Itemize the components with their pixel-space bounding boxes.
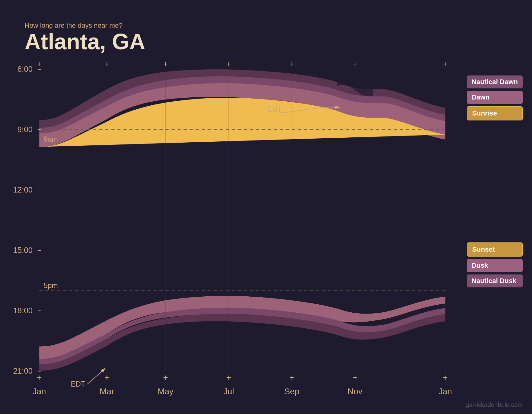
page-container: How long are the days near me? Atlanta, … <box>0 0 532 414</box>
svg-text:+: + <box>104 373 109 382</box>
header: How long are the days near me? Atlanta, … <box>6 12 526 57</box>
chart-area: + + + + + + + + + + + + + + 6:00 9:00 12… <box>6 60 526 396</box>
svg-text:9am: 9am <box>44 135 58 143</box>
legend-dusk: Dusk <box>467 259 523 272</box>
svg-text:18:00: 18:00 <box>13 306 33 315</box>
svg-text:Nov: Nov <box>348 387 363 396</box>
legend-dawn: Dawn <box>467 91 523 104</box>
svg-text:EST: EST <box>268 105 282 113</box>
svg-text:+: + <box>37 373 42 382</box>
legend: Nautical Dawn Dawn Sunrise Sunset Dusk N… <box>467 75 523 287</box>
chart-svg: + + + + + + + + + + + + + + 6:00 9:00 12… <box>6 60 526 396</box>
svg-text:EDT: EDT <box>71 380 85 388</box>
svg-text:+: + <box>37 60 42 69</box>
svg-text:Jan: Jan <box>438 387 452 396</box>
svg-text:Jul: Jul <box>223 387 234 396</box>
svg-text:+: + <box>226 373 231 382</box>
legend-nautical-dawn: Nautical Dawn <box>467 75 523 88</box>
svg-text:May: May <box>158 387 174 396</box>
credit: garrickadenbuie.com <box>465 401 523 408</box>
svg-text:+: + <box>443 373 448 382</box>
svg-text:+: + <box>289 60 294 69</box>
svg-text:Jan: Jan <box>32 387 46 396</box>
svg-text:15:00: 15:00 <box>13 246 33 254</box>
legend-nautical-dusk: Nautical Dusk <box>467 274 523 287</box>
svg-text:+: + <box>443 60 448 69</box>
svg-text:6:00: 6:00 <box>18 65 33 73</box>
svg-text:Sep: Sep <box>284 387 300 396</box>
svg-text:+: + <box>226 60 231 69</box>
svg-text:Mar: Mar <box>100 387 114 396</box>
legend-sunrise: Sunrise <box>467 106 523 120</box>
svg-text:12:00: 12:00 <box>13 185 33 194</box>
svg-text:+: + <box>289 373 294 382</box>
subtitle: How long are the days near me? <box>25 22 526 30</box>
svg-text:+: + <box>353 60 357 69</box>
svg-text:+: + <box>163 373 168 382</box>
svg-text:5pm: 5pm <box>44 282 58 290</box>
svg-text:+: + <box>163 60 168 69</box>
svg-text:21:00: 21:00 <box>13 367 33 375</box>
svg-text:+: + <box>353 373 357 382</box>
title: Atlanta, GA <box>25 30 526 54</box>
svg-text:9:00: 9:00 <box>18 125 33 134</box>
legend-sunset: Sunset <box>467 242 523 257</box>
svg-text:+: + <box>104 60 109 69</box>
